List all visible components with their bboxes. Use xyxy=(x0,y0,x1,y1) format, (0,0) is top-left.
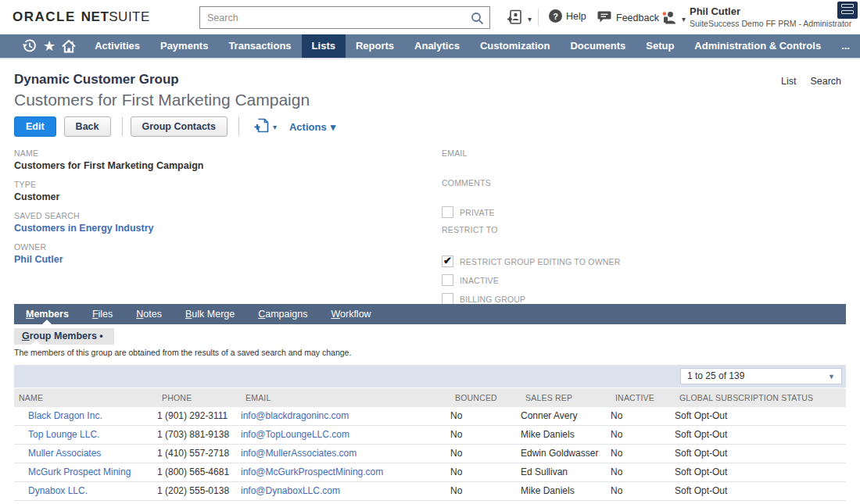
nav-menu-item[interactable]: Reports xyxy=(346,34,404,58)
checkbox[interactable] xyxy=(442,293,453,305)
oracle-netsuite-logo[interactable]: ORACLENETSUITE xyxy=(13,9,150,25)
role-switcher-button[interactable]: ▾ xyxy=(661,9,686,28)
checkbox-row[interactable]: BILLING GROUP xyxy=(442,293,833,305)
nav-menu-item[interactable]: Payments xyxy=(150,34,218,58)
feedback-button[interactable]: Feedback xyxy=(597,9,659,27)
shortcuts-star-icon[interactable]: ★ xyxy=(40,34,59,58)
cell-name-link[interactable]: McGurk Prospect Mining xyxy=(14,463,157,481)
cell-email-link[interactable]: info@McGurkProspectMining.com xyxy=(241,463,450,481)
cell-sales-rep: Mike Daniels xyxy=(521,482,611,500)
main-navbar: ★ Activities Payments Transactions Lists… xyxy=(0,34,860,59)
column-header[interactable]: EMAIL xyxy=(241,388,450,407)
edit-button[interactable]: Edit xyxy=(14,116,56,137)
home-icon[interactable] xyxy=(59,34,78,58)
pagination-range-label: 1 to 25 of 139 xyxy=(681,369,841,384)
search-icon[interactable] xyxy=(471,12,484,28)
cell-global-subscription-status: Soft Opt-Out xyxy=(675,426,846,444)
actions-menu-button[interactable]: Actions ▾ xyxy=(289,121,335,133)
private-checkbox[interactable] xyxy=(442,206,453,218)
checkbox-row[interactable]: INACTIVE xyxy=(442,274,833,286)
record-tab[interactable]: Workflow xyxy=(319,304,382,324)
search-link[interactable]: Search xyxy=(810,76,841,87)
cell-email-link[interactable]: info@MullerAssociates.com xyxy=(241,445,450,463)
table-row[interactable]: Top Lounge LLC. 1 (703) 881-9138 info@To… xyxy=(14,426,846,445)
cell-phone: 1 (202) 555-0138 xyxy=(157,482,241,500)
cell-name-link[interactable]: Dynabox LLC. xyxy=(14,482,157,500)
checkbox-label: BILLING GROUP xyxy=(460,295,525,304)
list-toolbar: 1 to 25 of 139 ▼ xyxy=(14,365,846,388)
cell-bounced: No xyxy=(450,407,521,425)
column-header[interactable]: SALES REP xyxy=(521,388,611,407)
record-tab[interactable]: Campaigns xyxy=(246,304,319,324)
global-search-input[interactable] xyxy=(200,7,489,28)
record-top-links: List Search xyxy=(781,76,841,87)
column-header[interactable]: PHONE xyxy=(157,388,241,407)
record-tab[interactable]: Bulk Merge xyxy=(174,304,246,324)
view-toggle-icon[interactable] xyxy=(837,2,858,19)
nav-menu-item[interactable]: Analytics xyxy=(404,34,470,58)
field-label: TYPE xyxy=(14,180,421,189)
table-row[interactable]: Muller Associates 1 (410) 557-2718 info@… xyxy=(14,445,846,463)
members-table-header: NAME PHONE EMAIL BOUNCED SALES REP INACT… xyxy=(14,388,846,407)
record-tab[interactable]: Notes xyxy=(124,304,174,324)
private-checkbox-label: PRIVATE xyxy=(460,208,495,217)
cell-name-link[interactable]: Top Lounge LLC. xyxy=(14,426,157,444)
nav-menu-item[interactable]: Administration & Controls xyxy=(684,34,831,58)
netsuite-app: ORACLENETSUITE ▾ ? Help Feedback xyxy=(0,0,860,504)
nav-menu-item[interactable]: Transactions xyxy=(218,34,301,58)
cell-email-link[interactable]: info@TopLoungeLLC.com xyxy=(241,426,450,444)
user-icon xyxy=(661,9,678,28)
nav-menu-item[interactable]: Documents xyxy=(560,34,636,58)
cell-inactive: No xyxy=(611,445,675,463)
nav-menu-item[interactable]: Customization xyxy=(470,34,561,58)
record-tabs: Members Files Notes Bulk Merge Campaigns… xyxy=(14,304,846,324)
checkbox-row[interactable]: RESTRICT GROUP EDITING TO OWNER xyxy=(442,256,833,267)
cell-name-link[interactable]: Black Dragon Inc. xyxy=(14,407,157,425)
cell-phone: 1 (410) 557-2718 xyxy=(157,445,241,463)
private-checkbox-row[interactable]: PRIVATE xyxy=(442,206,833,218)
add-record-button[interactable]: ▾ xyxy=(253,117,277,137)
cell-email-link[interactable]: info@DynaboxLLC.com xyxy=(241,482,450,500)
nav-menu-item[interactable]: ... xyxy=(831,34,860,58)
column-header[interactable]: INACTIVE xyxy=(611,388,675,407)
record-tab-label: Workflow xyxy=(331,309,371,320)
group-contacts-button[interactable]: Group Contacts xyxy=(131,116,228,137)
top-bar: ORACLENETSUITE ▾ ? Help Feedback xyxy=(0,0,860,34)
email-field-label: EMAIL xyxy=(442,148,833,158)
button-divider xyxy=(238,117,239,136)
cell-email-link[interactable]: info@blackdragoninc.com xyxy=(241,407,450,425)
recent-records-icon[interactable] xyxy=(20,34,40,58)
table-row[interactable]: Dynabox LLC. 1 (202) 555-0138 info@Dynab… xyxy=(14,482,846,501)
nav-menu-item-label: Reports xyxy=(356,40,394,52)
column-header[interactable]: NAME xyxy=(14,388,157,407)
user-name: Phil Cutler xyxy=(690,5,851,17)
checkbox[interactable] xyxy=(442,256,453,267)
field-value: Customers for First Marketing Campaign xyxy=(14,160,421,171)
list-link[interactable]: List xyxy=(781,76,796,87)
nav-menu-item-label: Analytics xyxy=(414,40,460,52)
group-members-subtab[interactable]: Group Members • xyxy=(14,328,114,345)
column-header[interactable]: GLOBAL SUBSCRIPTION STATUS xyxy=(675,388,846,407)
table-row[interactable]: Black Dragon Inc. 1 (901) 292-3111 info@… xyxy=(14,407,846,426)
column-header[interactable]: BOUNCED xyxy=(450,388,521,407)
back-button[interactable]: Back xyxy=(64,116,111,137)
checkbox[interactable] xyxy=(442,274,453,286)
checkbox-list: RESTRICT GROUP EDITING TO OWNER INACTIVE… xyxy=(442,256,833,305)
field-column-left: NAME Customers for First Marketing Campa… xyxy=(14,148,421,273)
record-tab[interactable]: Members xyxy=(14,304,81,324)
user-info[interactable]: Phil Cutler SuiteSuccess Demo FF PRM - A… xyxy=(690,5,851,28)
nav-menu-item-label: Customization xyxy=(480,40,550,52)
cell-name-link[interactable]: Muller Associates xyxy=(14,445,157,463)
pagination-dropdown[interactable]: 1 to 25 of 139 ▼ xyxy=(680,368,842,384)
help-button[interactable]: ? Help xyxy=(549,9,586,23)
quick-add-button[interactable]: ▾ xyxy=(507,9,532,28)
nav-menu-item[interactable]: Setup xyxy=(636,34,684,58)
table-row[interactable]: McGurk Prospect Mining 1 (800) 565-4681 … xyxy=(14,463,846,482)
nav-menu-item[interactable]: Activities xyxy=(84,34,150,58)
comments-field-label: COMMENTS xyxy=(442,178,833,188)
field-value: Customers in Energy Industry xyxy=(14,223,421,234)
nav-menu-item[interactable]: Lists xyxy=(302,34,346,58)
button-divider xyxy=(122,117,123,136)
restrict-to-field-label: RESTRICT TO xyxy=(442,225,833,234)
record-tab[interactable]: Files xyxy=(81,304,124,324)
